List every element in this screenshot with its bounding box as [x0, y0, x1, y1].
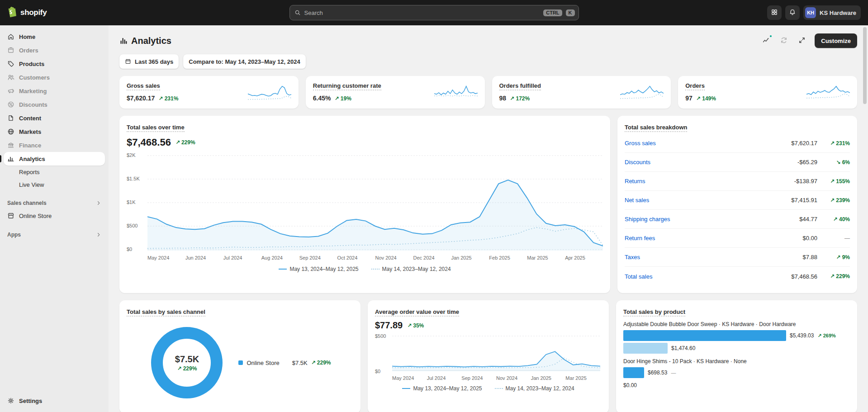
sidebar-item-products[interactable]: Products: [4, 57, 105, 71]
sidebar-item-label: Finance: [19, 142, 41, 149]
total-sales-line-chart[interactable]: [147, 155, 603, 251]
breakdown-label[interactable]: Gross sales: [625, 140, 791, 147]
y-axis-label: $500: [127, 223, 138, 228]
customize-button[interactable]: Customize: [815, 33, 857, 48]
breakdown-row-total-sales[interactable]: Total sales $7,468.56 ↗ 229%: [625, 267, 850, 286]
x-axis-label: Feb 2025: [489, 255, 527, 260]
sidebar-item-label: Customers: [19, 74, 50, 81]
total-sales-chart-card: Total sales over time $7,468.56 ↗229% $2…: [119, 116, 610, 293]
sidebar-item-label: Products: [19, 61, 44, 67]
home-icon: [7, 33, 14, 40]
breakdown-value: $7,415.91: [791, 197, 817, 204]
shopify-logo[interactable]: shopify: [7, 6, 47, 19]
product-bar-previous[interactable]: $1,474.60: [623, 343, 850, 354]
sidebar-item-customers[interactable]: Customers: [4, 71, 105, 84]
breakdown-delta: ↗ 40%: [817, 216, 850, 223]
breakdown-row-net-sales[interactable]: Net sales $7,415.91 ↗ 239%: [625, 191, 850, 210]
sales-channels-header[interactable]: Sales channels: [4, 197, 105, 209]
bar-value: $5,439.03: [790, 332, 814, 339]
breakdown-delta: ↗ 9%: [817, 254, 850, 260]
sidebar-item-reports[interactable]: Reports: [4, 166, 105, 178]
product-bar-previous[interactable]: $0.00: [623, 380, 850, 391]
sales-by-channel-card: Total sales by sales channel $7.5K ↗229%…: [119, 300, 360, 412]
chevron-right-icon: [96, 232, 101, 237]
current-period-bar[interactable]: [623, 330, 786, 341]
breakdown-row-return-fees[interactable]: Return fees $0.00 —: [625, 229, 850, 248]
breakdown-row-taxes[interactable]: Taxes $7.88 ↗ 9%: [625, 248, 850, 267]
previous-period-bar[interactable]: [623, 343, 668, 354]
breakdown-value: $7,620.17: [791, 140, 817, 147]
insights-button[interactable]: [760, 35, 771, 46]
x-axis-label: Sep 2024: [461, 375, 496, 381]
search-input[interactable]: [304, 9, 540, 16]
x-axis-label: Nov 2024: [375, 255, 413, 260]
breakdown-label[interactable]: Returns: [625, 178, 794, 185]
metric-card-orders-fulfilled[interactable]: Orders fulfilled 98 ↗ 172%: [492, 76, 671, 109]
donut-chart[interactable]: $7.5K ↗229%: [149, 325, 225, 401]
sidebar-item-label: Reports: [19, 169, 40, 175]
sidebar-item-markets[interactable]: Markets: [4, 125, 105, 138]
sidebar: HomeOrdersProductsCustomersMarketingDisc…: [0, 25, 109, 412]
refresh-button[interactable]: [778, 35, 789, 46]
sidebar-item-orders[interactable]: Orders: [4, 43, 105, 57]
breakdown-row-shipping-charges[interactable]: Shipping charges $44.77 ↗ 40%: [625, 210, 850, 229]
product-bar-current[interactable]: $5,439.03 ↗ 269%: [623, 330, 850, 341]
chart-legend: May 13, 2024–May 12, 2025May 14, 2023–Ma…: [127, 266, 603, 272]
y-axis-label: $1.5K: [127, 176, 140, 181]
store-icon: [7, 212, 14, 219]
sales-by-product-card: Total sales by product Adjustable Double…: [616, 300, 857, 412]
product-name: Adjustable Double Bubble Door Sweep · KS…: [623, 321, 850, 327]
product-bar-current[interactable]: $698.53 —: [623, 367, 850, 378]
channel-legend-label: Online Store: [247, 360, 279, 366]
metric-delta: ↗ 19%: [334, 95, 351, 102]
aov-line-chart[interactable]: [392, 335, 600, 371]
sidebar-item-label: Content: [19, 115, 41, 122]
breakdown-label[interactable]: Discounts: [625, 159, 797, 166]
current-period-bar[interactable]: [623, 367, 644, 378]
notifications-button[interactable]: [785, 5, 800, 20]
breakdown-row-gross-sales[interactable]: Gross sales $7,620.17 ↗ 231%: [625, 134, 850, 153]
metric-card-returning-customer-rate[interactable]: Returning customer rate 6.45% ↗ 19%: [306, 76, 485, 109]
markets-icon: [7, 128, 14, 135]
store-menu[interactable]: KH KS Hardware: [803, 5, 861, 20]
search-bar[interactable]: CTRL K: [289, 5, 579, 20]
apps-header[interactable]: Apps: [4, 229, 105, 241]
fullscreen-button[interactable]: [797, 35, 807, 46]
bar-value: $698.53: [648, 369, 667, 376]
breakdown-label[interactable]: Net sales: [625, 197, 791, 204]
sidebar-item-finance[interactable]: Finance: [4, 138, 105, 152]
breakdown-row-discounts[interactable]: Discounts -$65.29 ↘ 6%: [625, 153, 850, 172]
channel-card-title: Total sales by sales channel: [127, 308, 205, 317]
sidebar-item-home[interactable]: Home: [4, 30, 105, 43]
sidebar-item-settings[interactable]: Settings: [4, 394, 105, 407]
legend-item: May 14, 2023–May 12, 2024: [495, 385, 574, 392]
scrollbar-thumb[interactable]: [863, 27, 867, 104]
breakdown-label[interactable]: Taxes: [625, 254, 802, 260]
breakdown-label[interactable]: Shipping charges: [625, 216, 799, 223]
sidebar-item-discounts[interactable]: Discounts: [4, 98, 105, 111]
metric-title: Returning customer rate: [313, 82, 381, 90]
sparkline-chart: [434, 83, 478, 101]
x-axis-label: Aug 2024: [261, 255, 299, 260]
chart-legend: May 13, 2024–May 12, 2025May 14, 2023–Ma…: [375, 385, 602, 392]
breakdown-label[interactable]: Return fees: [625, 235, 802, 242]
date-range-button[interactable]: Last 365 days: [119, 54, 179, 69]
sidebar-item-marketing[interactable]: Marketing: [4, 84, 105, 98]
sidebar-item-live-view[interactable]: Live View: [4, 178, 105, 191]
donut-delta: ↗229%: [177, 365, 197, 372]
metric-card-orders[interactable]: Orders 97 ↗ 149%: [678, 76, 857, 109]
sidebar-item-analytics[interactable]: Analytics: [4, 152, 105, 166]
legend-item: May 14, 2023–May 12, 2024: [371, 266, 451, 272]
breakdown-value: -$138.97: [794, 178, 817, 185]
y-axis-label: $1K: [127, 199, 136, 205]
compare-button[interactable]: Compare to: May 14, 2023–May 12, 2024: [183, 54, 305, 69]
x-axis-label: Apr 2025: [565, 255, 603, 260]
breakdown-row-returns[interactable]: Returns -$138.97 ↗ 155%: [625, 172, 850, 191]
breakdown-label[interactable]: Total sales: [625, 273, 791, 280]
sidebar-item-label: Online Store: [19, 213, 52, 219]
apps-button[interactable]: [767, 5, 782, 20]
sidebar-item-content[interactable]: Content: [4, 111, 105, 125]
channel-legend-value: $7.5K: [292, 360, 308, 366]
metric-card-gross-sales[interactable]: Gross sales $7,620.17 ↗ 231%: [119, 76, 299, 109]
sidebar-item-online-store[interactable]: Online Store: [4, 209, 105, 223]
